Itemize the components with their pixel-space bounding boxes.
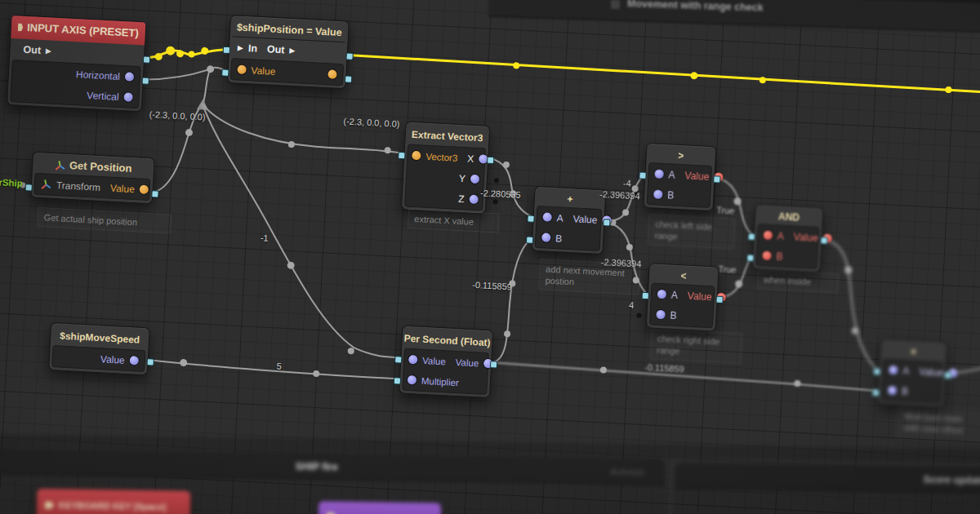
port-row-b: B bbox=[648, 184, 710, 207]
value-input-port[interactable] bbox=[237, 65, 247, 75]
z-output-port[interactable] bbox=[469, 195, 479, 205]
port-row-a: A Value bbox=[757, 224, 818, 248]
horizontal-output-port[interactable] bbox=[125, 72, 135, 82]
multiplier-input-port[interactable] bbox=[408, 375, 417, 385]
value-edge-port[interactable] bbox=[146, 358, 154, 366]
value-input-port[interactable] bbox=[408, 355, 418, 365]
wire-persecond-to-multiply-b[interactable] bbox=[492, 362, 878, 391]
transform-icon bbox=[55, 159, 66, 171]
a-input-port[interactable] bbox=[889, 366, 898, 375]
node-less[interactable]: < A Value B bbox=[646, 263, 719, 331]
wire-label-true-1: True bbox=[716, 205, 735, 215]
wire-label-pos4: 4 bbox=[629, 300, 635, 310]
node-per-second[interactable]: Per Second (Float) Value Value Multiplie… bbox=[399, 325, 493, 398]
port-row-multiplier: Multiplier bbox=[403, 370, 487, 394]
value-output-port[interactable] bbox=[129, 356, 139, 366]
a-edge-port[interactable] bbox=[639, 171, 646, 179]
a-edge-port[interactable] bbox=[642, 292, 649, 299]
exec-in-triangle-icon: ▶ bbox=[238, 44, 243, 51]
exec-out-triangle-icon: ▶ bbox=[46, 47, 51, 55]
horizontal-edge-port[interactable] bbox=[141, 77, 149, 84]
a-edge-port[interactable] bbox=[527, 215, 534, 222]
value-output-port[interactable] bbox=[140, 184, 149, 194]
b-input-port[interactable] bbox=[888, 386, 898, 396]
port-row-z: Z bbox=[405, 186, 483, 210]
a-edge-port[interactable] bbox=[748, 233, 755, 240]
vector3-edge-port[interactable] bbox=[398, 152, 405, 159]
port-row-b: B bbox=[756, 245, 817, 268]
b-edge-port[interactable] bbox=[872, 389, 880, 397]
node-extract-vector3[interactable]: Extract Vector3 Vector3 X Y Z bbox=[401, 121, 491, 214]
node-input-axis[interactable]: INPUT AXIS (PRESET) Out ▶ Horizontal Ver… bbox=[7, 15, 147, 113]
a-input-port[interactable] bbox=[764, 230, 773, 240]
comment-less: check right side range bbox=[650, 328, 743, 364]
b-edge-port[interactable] bbox=[746, 254, 754, 261]
node-multiply[interactable]: × A Value B bbox=[877, 339, 947, 407]
value-edge-port[interactable] bbox=[713, 175, 720, 183]
b-input-port[interactable] bbox=[762, 250, 772, 260]
b-edge-port[interactable] bbox=[526, 236, 533, 243]
value-in-edge-port[interactable] bbox=[221, 69, 229, 76]
node-and[interactable]: AND A Value B bbox=[752, 204, 824, 273]
node-title: Extract Vector3 bbox=[408, 125, 487, 148]
value-edge-port[interactable] bbox=[603, 219, 610, 226]
wire-label-neg1: -1 bbox=[261, 233, 269, 242]
exec-in-port[interactable] bbox=[223, 47, 230, 54]
value-out-edge-port[interactable] bbox=[345, 75, 352, 82]
input-event-icon bbox=[18, 23, 24, 31]
node-add[interactable]: + A Value B bbox=[531, 186, 606, 255]
b-input-port[interactable] bbox=[653, 189, 663, 199]
graph-canvas[interactable]: INPUT AXIS (PRESET) Out ▶ Horizontal Ver… bbox=[0, 0, 980, 514]
node-purple-event[interactable] bbox=[318, 501, 442, 514]
wire-extractx-to-add-a[interactable] bbox=[487, 158, 536, 217]
wire-label-five: 5 bbox=[276, 361, 282, 371]
a-edge-port[interactable] bbox=[873, 368, 880, 375]
y-output-port[interactable] bbox=[470, 175, 480, 184]
transform-input-port[interactable] bbox=[24, 184, 32, 191]
value-in-edge-port[interactable] bbox=[394, 356, 402, 363]
wire-persecond-to-add-b[interactable] bbox=[492, 237, 531, 365]
wire-exec-shipposition-out[interactable] bbox=[347, 55, 980, 96]
group-body-score-update bbox=[674, 487, 980, 514]
value-out-edge-port[interactable] bbox=[151, 190, 158, 197]
value-out-edge-port[interactable] bbox=[490, 361, 497, 368]
group-autosize-label: Autosize bbox=[610, 467, 644, 477]
value-edge-port[interactable] bbox=[820, 237, 827, 244]
a-input-port[interactable] bbox=[542, 212, 552, 222]
b-input-port[interactable] bbox=[656, 310, 666, 320]
x-edge-port[interactable] bbox=[487, 157, 494, 164]
player-ship-variable-label: erShip bbox=[0, 177, 23, 188]
node-get-position[interactable]: Get Position Transform Value bbox=[30, 152, 155, 205]
value-output-port[interactable] bbox=[327, 69, 337, 79]
group-title: Score update bbox=[924, 474, 980, 488]
multiplier-edge-port[interactable] bbox=[394, 377, 401, 384]
b-input-port[interactable] bbox=[541, 233, 551, 242]
wire-junction-to-extract[interactable] bbox=[201, 104, 405, 153]
group-icon bbox=[611, 0, 620, 9]
node-keyboard-key[interactable]: KEYBOARD KEY [Space] bbox=[37, 489, 191, 514]
wire-and-to-multiply-a[interactable] bbox=[816, 238, 884, 370]
visual-scripting-editor: INPUT AXIS (PRESET) Out ▶ Horizontal Ver… bbox=[0, 0, 980, 514]
a-input-port[interactable] bbox=[657, 290, 667, 299]
vertical-output-port[interactable] bbox=[123, 92, 133, 102]
port-row-a: A Value bbox=[883, 359, 942, 383]
node-greater[interactable]: > A Value B bbox=[643, 143, 716, 211]
wire-label-sum-1: -2.396394 bbox=[599, 189, 640, 202]
node-ship-move-speed[interactable]: $shipMoveSpeed Value bbox=[48, 322, 150, 375]
exec-out-port[interactable] bbox=[345, 52, 353, 60]
value-edge-port[interactable] bbox=[944, 371, 951, 379]
wire-label-x-value: -2.280535 bbox=[480, 188, 521, 200]
vector3-input-port[interactable] bbox=[412, 151, 421, 161]
a-input-port[interactable] bbox=[654, 169, 664, 179]
port-row-b: B bbox=[881, 379, 941, 403]
value-edge-port[interactable] bbox=[715, 296, 723, 304]
node-set-ship-position[interactable]: $shipPosition = Value ▶ In Out ▶ Value bbox=[227, 15, 350, 90]
wire-label-true-2: True bbox=[718, 264, 737, 275]
wire-horizontal-to-junction[interactable] bbox=[145, 66, 211, 83]
exec-out-port[interactable] bbox=[143, 55, 150, 63]
port-row-b: B bbox=[650, 304, 713, 327]
wire-label-offset-2: -0.115859 bbox=[644, 362, 684, 374]
wire-junction-to-persecond[interactable] bbox=[190, 104, 412, 357]
port-row-transform: Transform Value bbox=[34, 174, 149, 200]
port-row-b: B bbox=[536, 227, 600, 250]
